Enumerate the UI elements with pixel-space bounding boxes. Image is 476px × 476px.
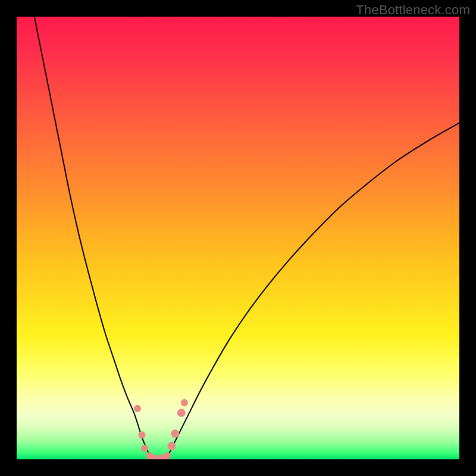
marker-point: [167, 442, 176, 450]
watermark-text: TheBottleneck.com: [356, 2, 470, 18]
chart-frame: TheBottleneck.com: [0, 0, 476, 476]
marker-point: [134, 405, 141, 412]
marker-point: [164, 452, 171, 459]
gradient-background: [17, 17, 459, 459]
chart-svg: [17, 17, 459, 459]
plot-area: [17, 17, 459, 459]
marker-point: [141, 444, 148, 452]
marker-point: [177, 409, 186, 417]
marker-point: [171, 430, 179, 438]
marker-point: [181, 399, 188, 406]
marker-point: [139, 431, 146, 439]
